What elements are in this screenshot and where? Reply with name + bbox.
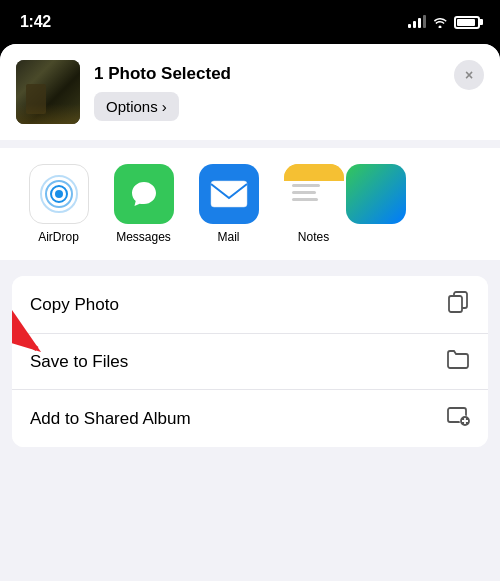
add-shared-album-label: Add to Shared Album bbox=[30, 409, 191, 429]
more-icon bbox=[346, 164, 406, 224]
action-copy-photo[interactable]: Copy Photo bbox=[12, 276, 488, 334]
status-icons bbox=[408, 16, 480, 29]
close-button[interactable]: × bbox=[454, 60, 484, 90]
shared-album-icon bbox=[446, 404, 470, 433]
status-time: 1:42 bbox=[20, 13, 51, 31]
mail-label: Mail bbox=[217, 230, 239, 244]
signal-icon bbox=[408, 16, 426, 28]
divider-2 bbox=[0, 260, 500, 268]
folder-icon bbox=[446, 348, 470, 375]
app-item-messages[interactable]: Messages bbox=[101, 164, 186, 244]
wifi-icon bbox=[432, 16, 448, 28]
action-save-to-files[interactable]: Save to Files bbox=[12, 334, 488, 390]
red-arrow-annotation bbox=[12, 294, 62, 394]
messages-label: Messages bbox=[116, 230, 171, 244]
copy-icon bbox=[446, 290, 470, 319]
actions-list: Copy Photo Save to Files bbox=[12, 276, 488, 447]
app-item-more[interactable] bbox=[356, 164, 396, 244]
app-item-airdrop[interactable]: AirDrop bbox=[16, 164, 101, 244]
airdrop-label: AirDrop bbox=[38, 230, 79, 244]
options-button[interactable]: Options › bbox=[94, 92, 179, 121]
battery-icon bbox=[454, 16, 480, 29]
app-item-mail[interactable]: Mail bbox=[186, 164, 271, 244]
divider bbox=[0, 140, 500, 148]
messages-icon bbox=[114, 164, 174, 224]
airdrop-icon bbox=[29, 164, 89, 224]
photo-thumbnail bbox=[16, 60, 80, 124]
status-bar: 1:42 bbox=[0, 0, 500, 44]
notes-label: Notes bbox=[298, 230, 329, 244]
share-header: 1 Photo Selected Options › × bbox=[0, 44, 500, 140]
notes-icon bbox=[284, 164, 344, 224]
actions-wrapper: Copy Photo Save to Files bbox=[0, 276, 500, 447]
share-sheet: 1 Photo Selected Options › × AirDrop bbox=[0, 44, 500, 581]
header-title: 1 Photo Selected bbox=[94, 64, 440, 84]
mail-icon bbox=[199, 164, 259, 224]
header-info: 1 Photo Selected Options › bbox=[94, 64, 440, 121]
svg-rect-2 bbox=[449, 296, 462, 312]
app-item-notes[interactable]: Notes bbox=[271, 164, 356, 244]
svg-rect-0 bbox=[211, 181, 247, 207]
action-add-shared-album[interactable]: Add to Shared Album bbox=[12, 390, 488, 447]
share-apps-row: AirDrop Messages Mail bbox=[0, 148, 500, 260]
